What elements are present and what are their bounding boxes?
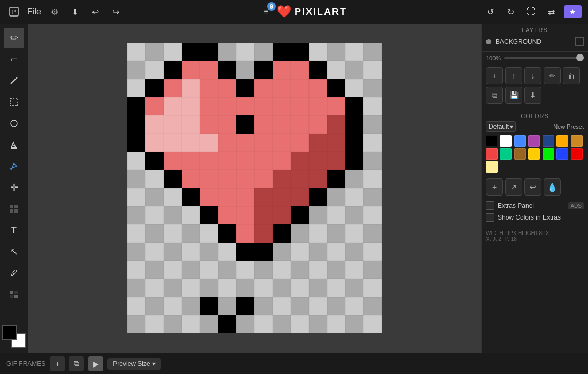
topbar-right: ↺ ↻ ⛶ ⇄ ★	[483, 4, 582, 19]
add-frame-button[interactable]: +	[50, 356, 65, 371]
layers-title: LAYERS	[482, 24, 588, 35]
extras-panel-checkbox[interactable]	[486, 201, 494, 210]
preview-size-button[interactable]: Preview Size ▾	[107, 358, 160, 370]
select-tool[interactable]	[4, 92, 24, 112]
layer-name: BACKGROUND	[496, 38, 571, 45]
color-cell-10[interactable]	[528, 148, 540, 160]
line-tool[interactable]	[4, 71, 24, 91]
duplicate-frame-button[interactable]: ⧉	[69, 356, 84, 371]
svg-rect-9	[10, 209, 13, 213]
preview-size-chevron: ▾	[152, 360, 156, 368]
add-color-button[interactable]: +	[486, 178, 503, 196]
circle-tool[interactable]	[4, 113, 24, 134]
zoom-slider[interactable]	[504, 57, 584, 59]
color-cell-12[interactable]	[556, 148, 568, 160]
ads-badge: ADS	[568, 202, 584, 209]
file-menu[interactable]: File	[27, 4, 42, 19]
extras-section: Extras Panel ADS Show Colors in Extras	[482, 198, 588, 228]
eraser-tool[interactable]: ▭	[4, 49, 24, 69]
color-swatches	[2, 325, 26, 348]
dimension-width-height: WIDTH: 9PX HEIGHT:8PX	[486, 230, 584, 236]
delete-layer-button[interactable]: 🗑	[563, 67, 580, 84]
export-color-button[interactable]: ↗	[505, 178, 522, 196]
dither-tool[interactable]	[4, 284, 24, 305]
shuffle-icon[interactable]: ⇄	[544, 4, 559, 19]
brush-tool[interactable]: 🖊	[4, 263, 24, 283]
move-layer-up-button[interactable]: ↑	[505, 67, 522, 84]
canvas-area[interactable]	[28, 24, 481, 353]
download-icon[interactable]: ⬇	[67, 4, 82, 19]
play-button[interactable]: ▶	[88, 356, 103, 371]
preset-dropdown[interactable]: Default ▾	[486, 121, 516, 132]
color-cell-6[interactable]	[571, 135, 583, 147]
refresh-icon[interactable]: ↻	[503, 4, 518, 19]
redo-icon[interactable]: ↪	[108, 4, 123, 19]
svg-point-4	[11, 120, 17, 127]
color-cell-14[interactable]	[486, 161, 498, 173]
svg-rect-8	[14, 205, 18, 208]
notification-badge: 9	[267, 2, 276, 11]
text-tool[interactable]: T	[4, 220, 24, 240]
layer-item[interactable]: BACKGROUND	[482, 35, 588, 48]
color-cell-1[interactable]	[500, 135, 512, 147]
color-cell-5[interactable]	[556, 135, 568, 147]
color-cell-13[interactable]	[571, 148, 583, 160]
merge-layer-button[interactable]: ⬇	[524, 87, 541, 104]
zoom-handle[interactable]	[576, 54, 584, 61]
undo-icon[interactable]: ↩	[88, 4, 103, 19]
left-toolbar: ✏ ▭ ✛ T ↖ 🖊	[0, 24, 28, 353]
color-cell-2[interactable]	[514, 135, 526, 147]
color-cell-8[interactable]	[500, 148, 512, 160]
show-colors-row: Show Colors in Extras	[486, 213, 584, 222]
pencil-tool[interactable]: ✏	[4, 28, 24, 48]
move-layer-down-button[interactable]: ↓	[524, 67, 541, 84]
fill-tool[interactable]	[4, 135, 24, 155]
color-actions: + ↗ ↩ 💧	[482, 176, 588, 198]
layers-section: LAYERS BACKGROUND	[482, 24, 588, 52]
svg-line-2	[11, 77, 17, 84]
add-layer-button[interactable]: +	[486, 67, 503, 84]
brand-logo: PIXILART	[295, 6, 347, 18]
color-cell-11[interactable]	[543, 148, 554, 160]
foreground-color-swatch[interactable]	[2, 325, 17, 340]
colors-header: Default ▾ New Preset	[486, 121, 584, 132]
svg-point-6	[10, 168, 12, 170]
show-colors-checkbox[interactable]	[486, 213, 494, 222]
zoom-section: 100%	[482, 52, 588, 65]
extras-panel-row: Extras Panel ADS	[486, 201, 584, 210]
eyedropper-tool[interactable]	[4, 156, 24, 176]
svg-rect-7	[10, 205, 13, 208]
crop-icon[interactable]: ⛶	[523, 4, 538, 19]
notifications-button[interactable]: ≡ 9	[259, 4, 274, 19]
color-cell-0[interactable]	[486, 135, 498, 147]
settings-icon[interactable]: ⚙	[47, 4, 62, 19]
layer-visibility-dot	[486, 39, 491, 44]
colors-section: COLORS Default ▾ New Preset	[482, 106, 588, 176]
move-tool[interactable]: ✛	[4, 177, 24, 198]
fill-color-button[interactable]: 💧	[544, 178, 561, 196]
svg-rect-14	[14, 295, 18, 298]
color-cell-7[interactable]	[486, 148, 498, 160]
color-cell-9[interactable]	[514, 148, 526, 160]
svg-rect-13	[10, 295, 13, 298]
layer-visibility-toggle[interactable]	[575, 37, 584, 46]
pointer-tool[interactable]: ↖	[4, 241, 24, 262]
color-cell-4[interactable]	[543, 135, 554, 147]
color-cell-3[interactable]	[528, 135, 540, 147]
main-content: ✏ ▭ ✛ T ↖ 🖊	[0, 24, 588, 353]
save-layer-button[interactable]: 💾	[505, 87, 522, 104]
undo-color-button[interactable]: ↩	[524, 178, 541, 196]
app-icon: P	[6, 4, 21, 19]
svg-text:P: P	[12, 9, 16, 15]
topbar-left: P File ⚙ ⬇ ↩ ↪	[6, 4, 123, 19]
show-colors-label: Show Colors in Extras	[498, 214, 561, 221]
pixel-canvas[interactable]	[127, 43, 382, 333]
new-preset-button[interactable]: New Preset	[553, 123, 584, 130]
dimension-info: WIDTH: 9PX HEIGHT:8PX X: 9, 2, P: 18	[482, 228, 588, 244]
star-button[interactable]: ★	[564, 5, 582, 18]
edit-layer-button[interactable]: ✏	[544, 67, 561, 84]
duplicate-layer-button[interactable]: ⧉	[486, 87, 503, 104]
stamp-tool[interactable]	[4, 199, 24, 219]
history-icon[interactable]: ↺	[483, 4, 498, 19]
zoom-level: 100%	[486, 55, 501, 61]
